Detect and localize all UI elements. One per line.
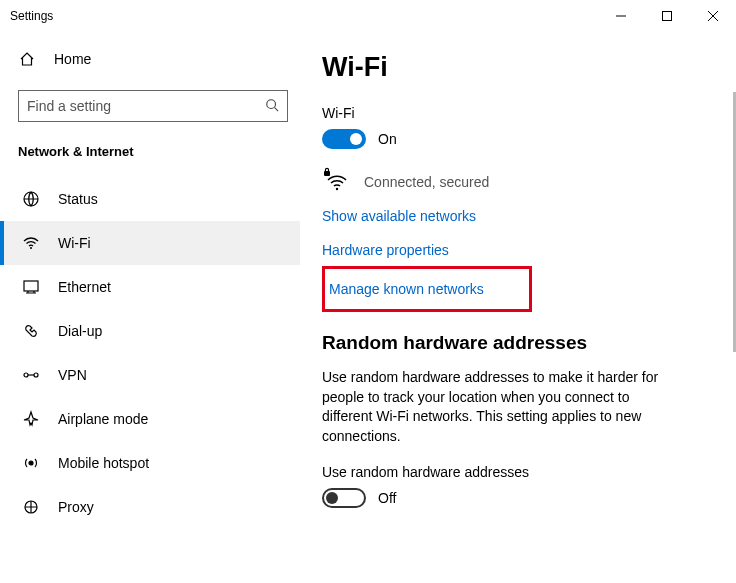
svg-point-4 xyxy=(267,99,276,108)
sidebar-item-label: Airplane mode xyxy=(58,411,148,427)
sidebar-item-ethernet[interactable]: Ethernet xyxy=(0,265,300,309)
nav-list: Status Wi-Fi Ethernet Dial-up xyxy=(0,177,300,529)
random-addresses-description: Use random hardware addresses to make it… xyxy=(322,368,682,446)
highlight-box: Manage known networks xyxy=(322,266,532,312)
home-icon xyxy=(18,50,36,68)
random-addresses-heading: Random hardware addresses xyxy=(322,332,714,354)
wifi-icon xyxy=(22,234,40,252)
sidebar-section-title: Network & Internet xyxy=(0,136,300,167)
status-icon xyxy=(22,190,40,208)
sidebar-item-hotspot[interactable]: Mobile hotspot xyxy=(0,441,300,485)
dialup-icon xyxy=(22,322,40,340)
wifi-connection-status: Connected, secured xyxy=(322,167,714,196)
sidebar-item-vpn[interactable]: VPN xyxy=(0,353,300,397)
wifi-toggle[interactable]: On xyxy=(322,129,714,149)
toggle-switch[interactable] xyxy=(322,129,366,149)
toggle-switch[interactable] xyxy=(322,488,366,508)
svg-rect-14 xyxy=(324,171,330,176)
search-placeholder: Find a setting xyxy=(27,98,111,114)
sidebar-item-label: Mobile hotspot xyxy=(58,455,149,471)
svg-point-11 xyxy=(29,461,33,465)
svg-point-9 xyxy=(24,373,28,377)
maximize-button[interactable] xyxy=(644,1,690,31)
close-button[interactable] xyxy=(690,1,736,31)
sidebar: Home Find a setting Network & Internet S… xyxy=(0,32,300,583)
sidebar-item-label: Ethernet xyxy=(58,279,111,295)
sidebar-item-proxy[interactable]: Proxy xyxy=(0,485,300,529)
wifi-secured-icon xyxy=(322,167,350,196)
link-hardware-properties[interactable]: Hardware properties xyxy=(322,242,714,258)
svg-rect-1 xyxy=(663,11,672,20)
svg-point-10 xyxy=(34,373,38,377)
sidebar-item-label: Status xyxy=(58,191,98,207)
hotspot-icon xyxy=(22,454,40,472)
search-icon xyxy=(265,98,279,115)
sidebar-item-label: Dial-up xyxy=(58,323,102,339)
window-buttons xyxy=(598,1,736,31)
sidebar-item-airplane[interactable]: Airplane mode xyxy=(0,397,300,441)
sidebar-item-label: VPN xyxy=(58,367,87,383)
ethernet-icon xyxy=(22,278,40,296)
vpn-icon xyxy=(22,366,40,384)
svg-line-5 xyxy=(275,107,279,111)
link-show-networks[interactable]: Show available networks xyxy=(322,208,714,224)
sidebar-item-status[interactable]: Status xyxy=(0,177,300,221)
link-manage-known-networks[interactable]: Manage known networks xyxy=(329,281,525,297)
nav-home[interactable]: Home xyxy=(0,42,300,76)
random-toggle[interactable]: Off xyxy=(322,488,714,508)
window-title: Settings xyxy=(10,9,53,23)
search-input[interactable]: Find a setting xyxy=(18,90,288,122)
sidebar-item-dialup[interactable]: Dial-up xyxy=(0,309,300,353)
random-toggle-state: Off xyxy=(378,490,396,506)
sidebar-item-label: Wi-Fi xyxy=(58,235,91,251)
svg-point-13 xyxy=(336,188,338,190)
content-pane: Wi-Fi Wi-Fi On Connected, secured Show a… xyxy=(300,32,736,583)
airplane-icon xyxy=(22,410,40,428)
sidebar-item-wifi[interactable]: Wi-Fi xyxy=(0,221,300,265)
svg-rect-8 xyxy=(24,281,38,291)
svg-point-7 xyxy=(30,247,32,249)
random-toggle-label: Use random hardware addresses xyxy=(322,464,714,480)
page-title: Wi-Fi xyxy=(322,52,714,83)
titlebar: Settings xyxy=(0,0,736,32)
proxy-icon xyxy=(22,498,40,516)
wifi-toggle-state: On xyxy=(378,131,397,147)
sidebar-item-label: Proxy xyxy=(58,499,94,515)
minimize-button[interactable] xyxy=(598,1,644,31)
nav-home-label: Home xyxy=(54,51,91,67)
wifi-toggle-label: Wi-Fi xyxy=(322,105,714,121)
connection-status-text: Connected, secured xyxy=(364,174,489,190)
